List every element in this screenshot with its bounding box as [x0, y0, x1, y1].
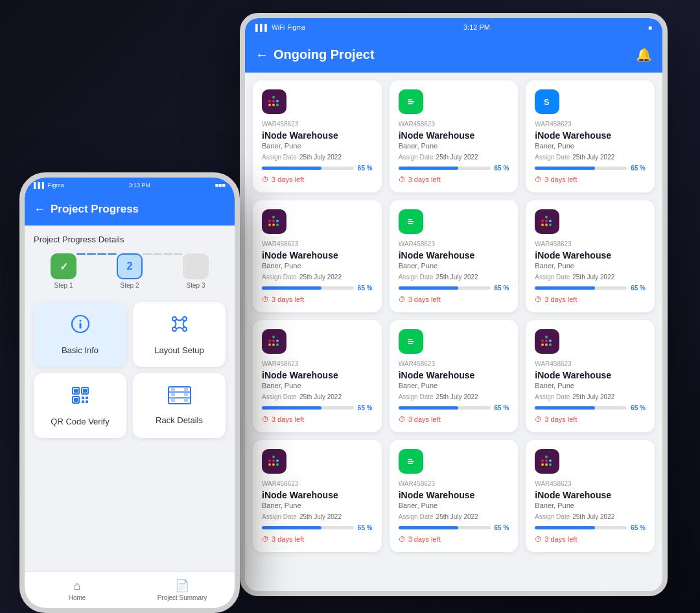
card-icon-11 [535, 449, 559, 474]
nav-project-summary[interactable]: 📄 Project Summary [130, 579, 235, 601]
days-left-text-0: 3 days left [272, 176, 304, 183]
days-left-0: ⏱ 3 days left [262, 176, 373, 183]
days-left-9: ⏱ 3 days left [262, 535, 373, 543]
phone-signal: ▌▌▌ Figma [34, 182, 64, 189]
svg-rect-21 [545, 220, 548, 222]
assign-date-8: 25th July 2022 [572, 393, 614, 400]
project-card-3[interactable]: WAR458623 iNode Warehouse Baner, Pune As… [253, 200, 382, 312]
project-card-11[interactable]: WAR458623 iNode Warehouse Baner, Pune As… [526, 440, 655, 552]
progress-row-5: 65 % [535, 284, 646, 292]
progress-row-10: 65 % [399, 524, 509, 531]
card-id-11: WAR458623 [535, 480, 646, 487]
svg-rect-48 [541, 459, 544, 462]
assign-date-3: 25th July 2022 [299, 273, 342, 281]
card-title-10: iNode Warehouse [399, 490, 509, 500]
phone-screen: ▌▌▌ Figma 3:13 PM ■■■ ← Project Progress… [25, 178, 235, 608]
layout-icon [169, 314, 190, 339]
assign-label-7: Assign Date [399, 393, 434, 400]
progress-bg-0 [262, 167, 354, 170]
svg-rect-52 [545, 463, 548, 466]
menu-tile-basic-info[interactable]: Basic Info [34, 302, 126, 367]
days-left-text-7: 3 days left [408, 415, 441, 423]
tablet-content: WAR458623 iNode Warehouse Baner, Pune As… [245, 73, 662, 591]
progress-bg-10 [399, 526, 491, 529]
progress-pct-1: 65 % [495, 165, 509, 172]
svg-rect-16 [276, 224, 279, 226]
progress-pct-8: 65 % [631, 404, 646, 411]
days-left-1: ⏱ 3 days left [399, 176, 509, 183]
card-title-1: iNode Warehouse [399, 130, 509, 141]
svg-rect-76 [171, 393, 175, 396]
card-location-9: Baner, Pune [262, 502, 373, 509]
project-card-6[interactable]: WAR458623 iNode Warehouse Baner, Pune As… [253, 320, 382, 432]
assign-date-6: 25th July 2022 [299, 393, 342, 400]
project-card-7[interactable]: WAR458623 iNode Warehouse Baner, Pune As… [390, 320, 519, 432]
project-card-0[interactable]: WAR458623 iNode Warehouse Baner, Pune As… [253, 80, 382, 192]
assign-date-1: 25th July 2022 [436, 154, 478, 161]
card-location-10: Baner, Pune [399, 502, 509, 509]
card-title-0: iNode Warehouse [262, 130, 373, 141]
svg-rect-65 [83, 389, 87, 393]
step-dashes-1 [76, 253, 117, 266]
home-icon: ⌂ [74, 579, 81, 593]
svg-rect-35 [545, 336, 548, 338]
svg-rect-41 [268, 463, 271, 466]
card-assign-row-5: Assign Date 25th July 2022 [535, 273, 646, 281]
svg-rect-45 [276, 459, 279, 462]
clock-icon-10: ⏱ [399, 535, 406, 543]
phone-back-button[interactable]: ← [34, 203, 45, 216]
progress-row-1: 65 % [399, 165, 509, 172]
svg-rect-50 [545, 456, 548, 458]
card-icon-10 [399, 449, 423, 474]
card-icon-2: S [535, 89, 559, 114]
project-card-9[interactable]: WAR458623 iNode Warehouse Baner, Pune As… [253, 440, 382, 552]
project-card-8[interactable]: WAR458623 iNode Warehouse Baner, Pune As… [526, 320, 655, 432]
card-assign-row-4: Assign Date 25th July 2022 [399, 273, 509, 281]
tablet-bell-icon[interactable]: 🔔 [636, 47, 652, 62]
project-card-2[interactable]: S WAR458623 iNode Warehouse Baner, Pune … [526, 80, 655, 192]
card-id-4: WAR458623 [399, 240, 509, 248]
svg-rect-28 [272, 340, 275, 342]
tablet-back-button[interactable]: ← [255, 47, 268, 62]
svg-rect-37 [545, 343, 548, 346]
card-assign-row-2: Assign Date 25th July 2022 [535, 154, 646, 161]
card-id-10: WAR458623 [399, 480, 509, 487]
svg-point-61 [183, 327, 187, 331]
svg-rect-46 [276, 463, 279, 466]
project-card-5[interactable]: WAR458623 iNode Warehouse Baner, Pune As… [526, 200, 655, 312]
menu-tile-layout-setup[interactable]: Layout Setup [133, 302, 226, 367]
card-location-11: Baner, Pune [535, 502, 646, 509]
menu-tile-rack-details[interactable]: Rack Details [133, 373, 226, 438]
nav-home[interactable]: ⌂ Home [25, 579, 130, 601]
assign-label-5: Assign Date [535, 273, 570, 281]
assign-label-4: Assign Date [399, 273, 434, 281]
step-3-circle [183, 253, 209, 279]
progress-pct-9: 65 % [358, 524, 373, 531]
assign-label-11: Assign Date [535, 513, 570, 520]
svg-rect-71 [86, 400, 88, 403]
svg-rect-63 [74, 389, 78, 393]
card-title-11: iNode Warehouse [535, 490, 646, 500]
project-card-10[interactable]: WAR458623 iNode Warehouse Baner, Pune As… [390, 440, 519, 552]
project-card-1[interactable]: WAR458623 iNode Warehouse Baner, Pune As… [390, 80, 519, 192]
card-title-7: iNode Warehouse [399, 370, 509, 380]
days-left-2: ⏱ 3 days left [535, 176, 646, 183]
assign-label-6: Assign Date [262, 393, 297, 400]
section-title: Project Progress Details [34, 235, 226, 244]
layout-setup-label: Layout Setup [154, 345, 204, 355]
project-card-4[interactable]: WAR458623 iNode Warehouse Baner, Pune As… [390, 200, 519, 312]
svg-rect-23 [549, 220, 552, 222]
days-left-text-2: 3 days left [544, 176, 577, 183]
progress-row-6: 65 % [262, 404, 373, 411]
days-left-text-4: 3 days left [408, 295, 441, 303]
card-assign-row-8: Assign Date 25th July 2022 [535, 393, 646, 400]
phone-status-bar: ▌▌▌ Figma 3:13 PM ■■■ [25, 178, 235, 193]
progress-pct-2: 65 % [631, 165, 646, 172]
menu-tile-qr-code[interactable]: QR Code Verify [34, 373, 126, 438]
card-icon-5 [535, 209, 559, 234]
phone-bottom-nav: ⌂ Home 📄 Project Summary [25, 572, 235, 608]
svg-rect-26 [268, 343, 271, 346]
svg-rect-67 [74, 398, 78, 402]
assign-label-2: Assign Date [535, 154, 570, 161]
svg-rect-33 [541, 340, 544, 342]
